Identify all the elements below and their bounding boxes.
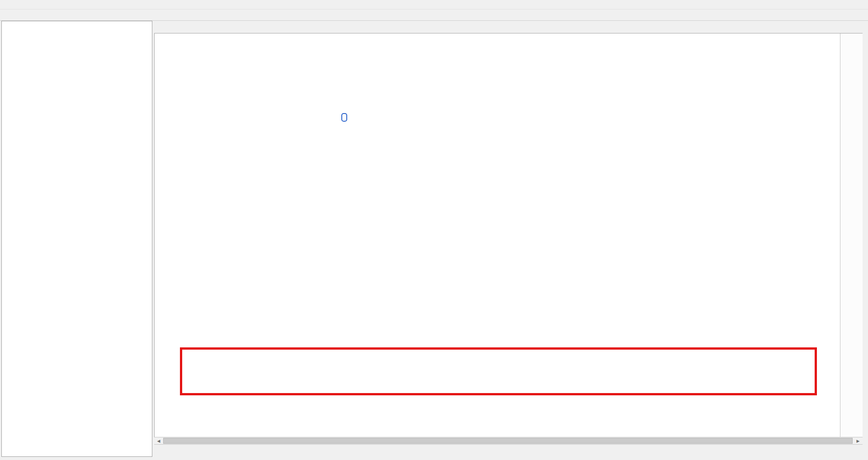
- code-view-tabs: [154, 445, 863, 457]
- horizontal-scrollbar[interactable]: ◀ ▶: [154, 437, 863, 445]
- project-tree-panel[interactable]: [1, 21, 152, 457]
- editor-tab-bar: [154, 20, 863, 33]
- editor-panel: ◀ ▶: [154, 20, 863, 457]
- scroll-right-arrow-icon[interactable]: ▶: [854, 438, 862, 444]
- code-lines: [155, 33, 840, 40]
- red-annotation-box: [180, 347, 817, 395]
- vertical-scrollbar-track[interactable]: [840, 33, 863, 437]
- horizontal-scrollbar-thumb[interactable]: [163, 438, 853, 444]
- text-caret: [341, 113, 347, 122]
- menu-bar: [0, 0, 868, 9]
- jadx-gui-window: ◀ ▶: [0, 0, 868, 460]
- scroll-left-arrow-icon[interactable]: ◀: [155, 438, 162, 444]
- code-editor[interactable]: [154, 33, 840, 437]
- toolbar: [0, 9, 868, 21]
